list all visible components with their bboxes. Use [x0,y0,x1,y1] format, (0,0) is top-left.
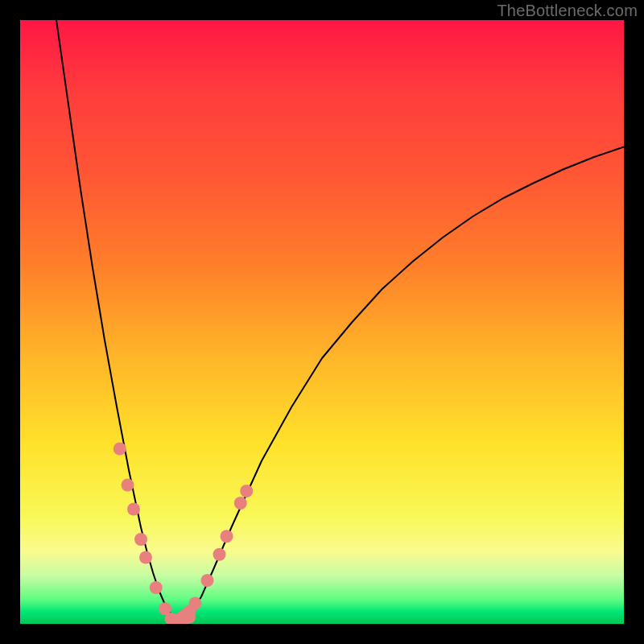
data-marker [114,443,126,456]
data-marker [139,551,152,564]
chart-container: TheBottleneck.com [0,0,644,644]
curves-group [56,20,624,621]
data-marker [150,581,163,594]
data-marker [221,530,233,543]
data-marker [134,533,147,546]
curve-left-curve [56,20,177,621]
curve-right-curve [184,147,625,621]
data-marker [127,503,140,516]
watermark: TheBottleneck.com [497,2,638,20]
data-marker [213,548,226,561]
data-marker [122,479,134,492]
data-marker [240,485,253,497]
data-marker [189,597,202,610]
chart-svg [20,20,624,624]
data-marker [201,574,214,587]
data-marker [234,497,247,510]
data-marker [183,611,196,624]
markers-group [114,443,254,625]
plot-area [20,20,624,624]
